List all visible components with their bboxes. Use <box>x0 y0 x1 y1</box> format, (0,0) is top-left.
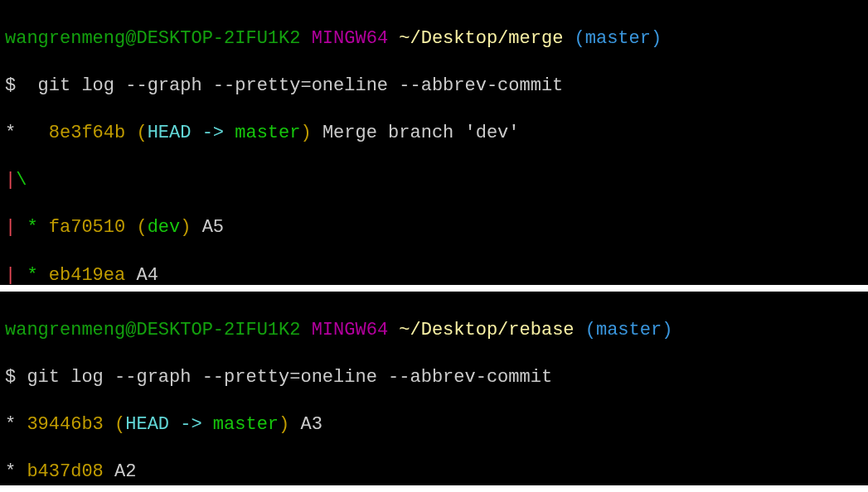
ref-close: ) <box>180 217 191 238</box>
graph-slash: \ <box>16 170 27 191</box>
commit-msg: A2 <box>114 461 136 482</box>
ref-branch: master <box>213 414 279 435</box>
commit-msg: A4 <box>136 265 158 285</box>
graph-star: * <box>5 414 16 435</box>
prompt-line: wangrenmeng@DESKTOP-2IFU1K2 MINGW64 ~/De… <box>5 27 863 51</box>
graph-pipe: | <box>5 170 16 191</box>
command-line: $ git log --graph --pretty=oneline --abb… <box>5 366 863 390</box>
log-line: * b437d08 A2 <box>5 461 863 485</box>
log-line: * 39446b3 (HEAD -> master) A3 <box>5 413 863 437</box>
commit-hash: fa70510 <box>49 217 125 238</box>
prompt-line: wangrenmeng@DESKTOP-2IFU1K2 MINGW64 ~/De… <box>5 319 863 343</box>
log-line: | * eb419ea A4 <box>5 264 863 285</box>
prompt-branch: (master) <box>585 320 673 340</box>
command-line: $ git log --graph --pretty=oneline --abb… <box>5 75 863 99</box>
ref-open: ( <box>136 123 147 143</box>
prompt-userhost: wangrenmeng@DESKTOP-2IFU1K2 <box>5 28 300 49</box>
ref-close: ) <box>279 414 289 435</box>
graph-star: * <box>16 217 37 238</box>
commit-hash: eb419ea <box>49 265 125 285</box>
ref-branch: master <box>235 123 300 143</box>
log-line: * 8e3f64b (HEAD -> master) Merge branch … <box>5 122 863 146</box>
ref-head: HEAD -> <box>125 414 213 435</box>
commit-msg: A3 <box>289 414 322 435</box>
graph-pipe: | <box>5 265 16 285</box>
prompt-branch: (master) <box>575 28 662 49</box>
terminal-rebase[interactable]: wangrenmeng@DESKTOP-2IFU1K2 MINGW64 ~/De… <box>0 292 868 485</box>
prompt-env: MINGW64 <box>312 320 388 340</box>
prompt-env: MINGW64 <box>312 28 388 49</box>
graph-star: * <box>16 265 37 285</box>
commit-hash: 39446b3 <box>27 414 103 435</box>
ref-head: HEAD -> <box>148 123 235 143</box>
commit-msg: A5 <box>191 217 224 238</box>
commit-hash: 8e3f64b <box>49 123 125 143</box>
ref-branch: dev <box>148 217 181 238</box>
log-line: | * fa70510 (dev) A5 <box>5 216 863 240</box>
prompt-path: ~/Desktop/rebase <box>399 320 574 340</box>
ref-open: ( <box>136 217 147 238</box>
commit-hash: b437d08 <box>27 461 103 482</box>
ref-close: ) <box>300 123 311 143</box>
graph-pipe: | <box>5 217 16 238</box>
prompt-path: ~/Desktop/merge <box>399 28 563 49</box>
ref-open: ( <box>114 414 125 435</box>
graph-star: * <box>5 461 16 482</box>
terminal-merge[interactable]: wangrenmeng@DESKTOP-2IFU1K2 MINGW64 ~/De… <box>0 0 868 285</box>
prompt-userhost: wangrenmeng@DESKTOP-2IFU1K2 <box>5 320 300 340</box>
graph-star: * <box>5 123 16 143</box>
log-line: |\ <box>5 169 863 193</box>
commit-msg: Merge branch 'dev' <box>312 123 520 143</box>
